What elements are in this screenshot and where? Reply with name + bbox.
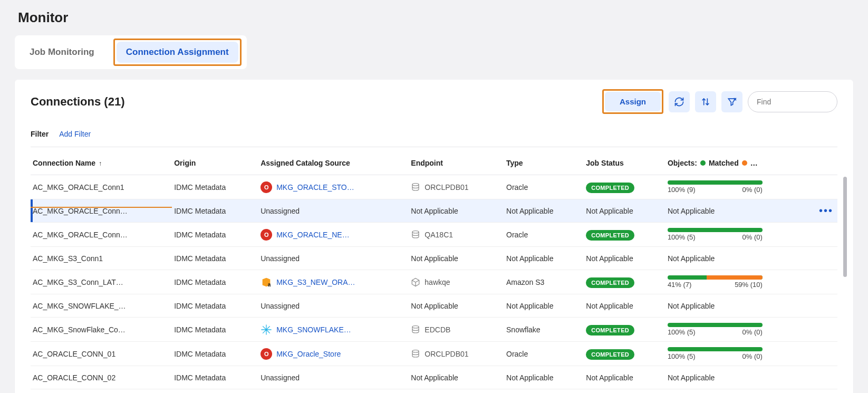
objects-cell: Not Applicable — [666, 294, 816, 318]
filter-icon — [727, 97, 737, 107]
cube-icon — [411, 277, 420, 287]
type-cell: Not Applicable — [504, 199, 584, 223]
job-status-cell: Not Applicable — [584, 199, 666, 223]
catalog-source-link[interactable]: MKG_S3_NEW_ORA… — [276, 278, 355, 286]
row-actions-menu[interactable]: ••• — [819, 205, 833, 216]
scrollbar[interactable] — [843, 177, 847, 277]
job-status-cell: COMPLETED — [584, 223, 666, 247]
origin-cell: IDMC Metadata — [172, 294, 258, 318]
unmatched-dot-icon — [742, 160, 747, 166]
svg-point-4 — [412, 350, 419, 352]
connection-name-cell: AC_MKG_S3_Conn1 — [31, 247, 172, 270]
endpoint-cell: Not Applicable — [409, 294, 504, 318]
connection-name-cell: AC_MKG_ORACLE_Conn1 — [31, 175, 172, 199]
endpoint-cell: Not Applicable — [409, 247, 504, 270]
job-status-cell: Not Applicable — [584, 247, 666, 270]
objects-cell: 100% (5)0% (0) — [666, 318, 816, 342]
connections-panel: Connections (21) Assign Filter Add Filt — [15, 80, 853, 393]
type-cell: Amazon S3 — [504, 270, 584, 294]
filter-label: Filter — [31, 130, 49, 138]
table-row[interactable]: AC_ORACLE_CONN_02IDMC MetadataUnassigned… — [31, 366, 837, 389]
status-badge: COMPLETED — [586, 349, 634, 360]
job-status-cell: COMPLETED — [584, 342, 666, 366]
oracle-icon: O — [261, 229, 272, 241]
svg-point-0 — [412, 183, 419, 186]
col-objects[interactable]: Objects: Matched … — [666, 151, 816, 175]
sort-button[interactable] — [695, 91, 716, 112]
sort-icon — [700, 97, 711, 107]
tab-job-monitoring[interactable]: Job Monitoring — [20, 42, 104, 63]
table-row[interactable]: AC_MKG_SnowFlake_Co…IDMC MetadataMKG_SNO… — [31, 318, 837, 342]
refresh-icon — [674, 97, 684, 107]
oracle-icon: O — [261, 181, 272, 193]
source-cell: OMKG_Oracle_Store — [258, 342, 409, 366]
type-cell: Oracle — [504, 223, 584, 247]
source-cell: Unassigned — [258, 199, 409, 223]
assign-button[interactable]: Assign — [605, 92, 661, 111]
svg-point-1 — [412, 231, 419, 233]
endpoint-cell: QA18C1 — [409, 223, 504, 247]
origin-cell: IDMC Metadata — [172, 366, 258, 389]
s3-icon: a — [261, 276, 272, 288]
job-status-cell: COMPLETED — [584, 270, 666, 294]
oracle-icon: O — [261, 348, 272, 360]
objects-cell: 100% (5)0% (0) — [666, 342, 816, 366]
catalog-source-link[interactable]: MKG_Oracle_Store — [276, 350, 341, 358]
source-cell: MKG_SNOWFLAKE… — [258, 318, 409, 342]
source-cell: OMKG_ORACLE_NE… — [258, 223, 409, 247]
table-row[interactable]: AC_MKG_S3_Conn_LAT…IDMC MetadataaMKG_S3_… — [31, 270, 837, 294]
type-cell: Oracle — [504, 342, 584, 366]
objects-progress-bar — [668, 275, 763, 280]
source-cell: Unassigned — [258, 366, 409, 389]
objects-progress-bar — [668, 228, 763, 232]
connection-name-cell: AC_ORACLE_CONN_01 — [31, 342, 172, 366]
objects-cell: 100% (9)0% (0) — [666, 175, 816, 199]
table-row[interactable]: AC_MKG_SNOWFLAKE_…IDMC MetadataUnassigne… — [31, 294, 837, 318]
status-badge: COMPLETED — [586, 277, 634, 288]
connection-name-cell: AC_MKG_SnowFlake_Co… — [31, 318, 172, 342]
highlight-connection-assignment: Connection Assignment — [113, 39, 242, 66]
col-assigned-catalog-source[interactable]: Assigned Catalog Source — [258, 151, 409, 175]
col-endpoint[interactable]: Endpoint — [409, 151, 504, 175]
col-connection-name[interactable]: Connection Name↑ — [31, 151, 172, 175]
filter-clear-button[interactable] — [721, 91, 742, 112]
tab-connection-assignment[interactable]: Connection Assignment — [117, 42, 238, 63]
catalog-source-link[interactable]: MKG_ORACLE_STO… — [276, 183, 354, 191]
job-status-cell: Not Applicable — [584, 294, 666, 318]
table-row[interactable]: AC_MKG_ORACLE_Conn…IDMC MetadataUnassign… — [31, 199, 837, 223]
source-cell: OMKG_ORACLE_STO… — [258, 175, 409, 199]
database-icon — [411, 349, 420, 359]
table-row[interactable]: AC_ORACLE_CONN_01IDMC MetadataOMKG_Oracl… — [31, 342, 837, 366]
refresh-button[interactable] — [669, 91, 690, 112]
status-badge: COMPLETED — [586, 230, 634, 241]
snowflake-icon — [261, 324, 272, 336]
status-badge: COMPLETED — [586, 325, 634, 336]
col-job-status[interactable]: Job Status — [584, 151, 666, 175]
add-filter-link[interactable]: Add Filter — [59, 130, 91, 138]
objects-cell: Not Applicable — [666, 366, 816, 389]
connection-name-cell: AC_MKG_S3_Conn_LAT… — [31, 270, 172, 294]
catalog-source-link[interactable]: MKG_SNOWFLAKE… — [276, 325, 351, 334]
svg-point-3 — [412, 325, 419, 328]
connection-name-cell: AC_MKG_ORACLE_Conn… — [31, 223, 172, 247]
objects-progress-bar — [668, 347, 763, 351]
col-type[interactable]: Type — [504, 151, 584, 175]
endpoint-cell: ORCLPDB01 — [409, 175, 504, 199]
job-status-cell: COMPLETED — [584, 318, 666, 342]
objects-cell: 100% (5)0% (0) — [666, 223, 816, 247]
find-input[interactable] — [748, 91, 837, 112]
highlight-assign: Assign — [602, 89, 663, 114]
type-cell: Not Applicable — [504, 294, 584, 318]
origin-cell: IDMC Metadata — [172, 175, 258, 199]
source-cell: Unassigned — [258, 294, 409, 318]
col-origin[interactable]: Origin — [172, 151, 258, 175]
job-status-cell: COMPLETED — [584, 175, 666, 199]
objects-cell: Not Applicable — [666, 247, 816, 270]
table-row[interactable]: AC_MKG_ORACLE_Conn…IDMC MetadataOMKG_ORA… — [31, 223, 837, 247]
table-row[interactable]: AC_MKG_S3_Conn1IDMC MetadataUnassignedNo… — [31, 247, 837, 270]
table-row[interactable]: AC_MKG_ORACLE_Conn1IDMC MetadataOMKG_ORA… — [31, 175, 837, 199]
objects-progress-bar — [668, 323, 763, 327]
sort-asc-icon: ↑ — [99, 160, 102, 167]
origin-cell: IDMC Metadata — [172, 270, 258, 294]
catalog-source-link[interactable]: MKG_ORACLE_NE… — [276, 231, 349, 239]
